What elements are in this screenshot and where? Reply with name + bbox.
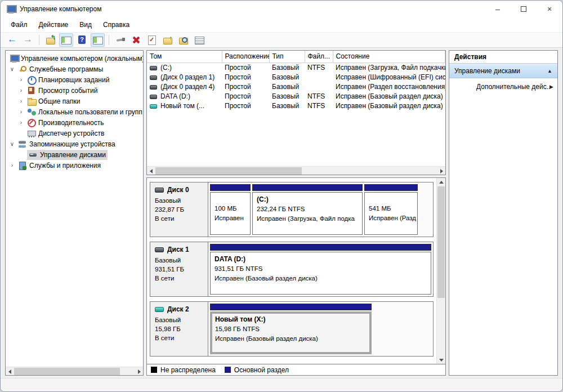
column-layout[interactable]: Расположение [222, 51, 269, 63]
tree-horizontal-scrollbar[interactable] [6, 367, 143, 375]
disk-2-label[interactable]: Диск 2 Базовый 15,98 ГБ В сети [150, 302, 208, 356]
forward-button[interactable] [21, 33, 35, 47]
scroll-left-icon[interactable] [147, 167, 155, 175]
maximize-button[interactable] [511, 1, 537, 17]
expander-icon[interactable]: › [17, 109, 25, 115]
check-document-button[interactable] [145, 33, 159, 47]
tree-item-shared-folders[interactable]: › Общие папки [6, 96, 143, 106]
console-tree: Управление компьютером (локальным) ∨ Слу… [6, 51, 143, 367]
toolbar-separator [109, 35, 109, 45]
back-icon [7, 35, 17, 44]
tools-icon [18, 65, 27, 73]
tree-item-performance[interactable]: › Производительность [6, 117, 143, 128]
actions-item-more-actions[interactable]: Дополнительные дейс... ▶ [449, 78, 557, 95]
tool-icon [115, 35, 125, 44]
forward-icon [23, 35, 33, 44]
volume-row-c[interactable]: (C:) Простой Базовый NTFS Исправен (Загр… [147, 63, 445, 72]
tool-button[interactable] [113, 33, 127, 47]
action-pane-icon [93, 35, 102, 44]
column-type[interactable]: Тип [269, 51, 305, 63]
up-folder-button[interactable] [43, 33, 57, 47]
graphical-view-panel: Диск 0 Базовый 232,87 ГБ В сети [146, 177, 446, 376]
menu-view[interactable]: Вид [74, 17, 97, 32]
disk-icon [155, 247, 164, 252]
collapse-icon[interactable]: ▲ [547, 68, 552, 74]
partition-disk0-recovery[interactable]: 541 МБ Исправен (Разд [364, 184, 418, 235]
volume-table: Том Расположение Тип Файл... Состояние (… [147, 51, 445, 110]
back-button[interactable] [5, 33, 19, 47]
menu-file[interactable]: Файл [5, 17, 33, 32]
primary-partition-bar [364, 184, 418, 191]
volume-row-data-d[interactable]: DATA (D:) Простой Базовый NTFS Исправен … [147, 91, 445, 101]
expander-icon[interactable]: › [8, 162, 16, 168]
scroll-down-icon[interactable] [437, 355, 445, 364]
disk-management-view: Том Расположение Тип Файл... Состояние (… [146, 50, 446, 376]
partition-disk0-c[interactable]: (C:) 232,24 ГБ NTFS Исправен (Загрузка, … [252, 184, 363, 235]
expander-icon[interactable]: › [17, 87, 25, 93]
delete-volume-button[interactable] [129, 33, 143, 47]
disk-rows: Диск 0 Базовый 232,87 ГБ В сети [147, 178, 436, 364]
window-controls: – × [485, 1, 562, 17]
primary-partition-bar [210, 304, 372, 310]
tree-item-disk-management[interactable]: Управление дисками [6, 149, 143, 160]
tree-item-local-users[interactable]: › Локальные пользователи и групп [6, 106, 143, 117]
computer-management-window: Управление компьютером – × Файл Действие… [0, 0, 563, 392]
primary-partition-swatch [225, 367, 231, 373]
actions-section-disk-management[interactable]: Управление дисками ▲ [449, 64, 557, 78]
column-volume[interactable]: Том [147, 51, 222, 63]
column-status[interactable]: Состояние [333, 51, 445, 63]
partition-disk0-system-reserved[interactable]: 100 МБ Исправен [210, 184, 251, 235]
tree-item-storage[interactable]: ∨ Запоминающие устройства [6, 139, 143, 149]
show-console-tree-button[interactable] [59, 33, 73, 47]
tree-item-device-manager[interactable]: Диспетчер устройств [6, 128, 143, 139]
tree-item-services[interactable]: › Службы и приложения [6, 160, 143, 171]
volume-list-panel: Том Расположение Тип Файл... Состояние (… [146, 50, 446, 175]
disk-0-label[interactable]: Диск 0 Базовый 232,87 ГБ В сети [150, 182, 208, 237]
menu-action[interactable]: Действие [33, 17, 74, 32]
show-action-pane-button[interactable] [91, 33, 105, 47]
scroll-right-icon[interactable] [135, 367, 143, 376]
folder-search-icon [178, 35, 188, 44]
scroll-left-icon[interactable] [6, 367, 14, 376]
legend-unallocated: Не распределена [151, 366, 216, 374]
expander-icon[interactable]: › [17, 98, 25, 104]
scroll-right-icon[interactable] [437, 167, 445, 175]
column-filesystem[interactable]: Файл... [305, 51, 333, 63]
expander-icon[interactable]: ∨ [8, 66, 16, 72]
volume-icon [150, 95, 157, 99]
tree-item-event-viewer[interactable]: › Просмотр событий [6, 85, 143, 96]
partition-disk1-data-d[interactable]: DATA (D:) 931,51 ГБ NTFS Исправен (Базов… [210, 244, 431, 295]
scrollbar-thumb[interactable] [14, 368, 120, 375]
scroll-up-icon[interactable] [437, 178, 445, 186]
folder-up-button[interactable] [160, 33, 175, 47]
graphical-view-vertical-scrollbar[interactable] [436, 178, 445, 364]
help-button[interactable] [75, 33, 89, 47]
volume-table-header: Том Расположение Тип Файл... Состояние [147, 51, 445, 63]
disk-1-label[interactable]: Диск 1 Базовый 931,51 ГБ В сети [150, 242, 208, 296]
volume-row-disk0-part1[interactable]: (Диск 0 раздел 1) Простой Базовый Исправ… [147, 72, 445, 82]
partition-disk2-new-volume-x[interactable]: Новый том (X:) 15,98 ГБ NTFS Исправен (Б… [210, 304, 372, 354]
explore-button[interactable] [176, 33, 190, 47]
minimize-button[interactable]: – [485, 1, 511, 17]
console-tree-panel: Управление компьютером (локальным) ∨ Слу… [5, 50, 144, 376]
properties-button[interactable] [192, 33, 206, 47]
menu-help[interactable]: Справка [97, 17, 135, 32]
tree-item-system-tools[interactable]: ∨ Служебные программы [6, 64, 143, 74]
disk-size: 232,87 ГБ [155, 205, 203, 214]
disk-status: В сети [155, 274, 203, 283]
actions-pane: Действия Управление дисками ▲ Дополнител… [449, 50, 558, 376]
volume-list-horizontal-scrollbar[interactable] [147, 166, 445, 175]
expander-icon[interactable]: › [17, 119, 25, 126]
expander-icon[interactable]: › [17, 77, 25, 83]
expander-icon[interactable]: ∨ [8, 141, 16, 147]
disk-status: В сети [155, 333, 203, 342]
storage-icon [18, 140, 27, 148]
tree-item-task-scheduler[interactable]: › Планировщик заданий [6, 74, 143, 85]
volume-row-new-volume[interactable]: Новый том (... Простой Базовый NTFS Испр… [147, 101, 445, 110]
scrollbar-thumb[interactable] [155, 167, 302, 175]
volume-row-disk0-part4[interactable]: (Диск 0 раздел 4) Простой Базовый Исправ… [147, 82, 445, 91]
maximize-icon [521, 6, 526, 12]
tree-item-root[interactable]: Управление компьютером (локальным) [6, 53, 143, 64]
close-button[interactable]: × [537, 1, 562, 17]
scrollbar-thumb[interactable] [437, 186, 445, 298]
